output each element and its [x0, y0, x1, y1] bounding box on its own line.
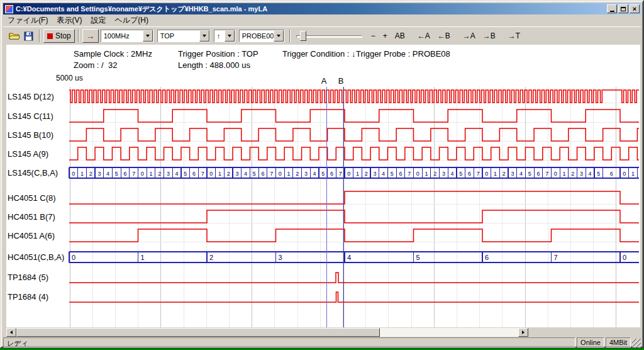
save-button[interactable]: [21, 29, 36, 43]
channel-label-hc4051-c-8[interactable]: HC4051 C(8): [8, 193, 56, 203]
channel-hc4051-a-6: HC4051 A(6): [8, 229, 639, 242]
trigger-condition-text: Trigger Condition : ↓: [282, 49, 356, 59]
bus-value: 4: [382, 171, 385, 177]
trigger-probe-combo[interactable]: PROBE00: [239, 30, 284, 42]
bus-value: 3: [373, 171, 376, 177]
bus-value: 6: [468, 171, 471, 177]
bus-value: 7: [339, 171, 342, 177]
channel-label-hc4051-a-6[interactable]: HC4051 A(6): [8, 231, 55, 240]
zoom-in-button[interactable]: +: [379, 29, 391, 43]
waveform-plot[interactable]: 5000 usLS145 D(12)LS145 C(11)LS145 B(10)…: [6, 69, 640, 327]
waveform-ls145-a-9: [69, 147, 639, 160]
waveform-hc4051-a-6: [69, 229, 639, 242]
menu-file[interactable]: ファイル(F): [3, 14, 52, 27]
run-button[interactable]: →: [82, 29, 99, 43]
cursor-a[interactable]: A: [321, 76, 327, 327]
bus-value: 7: [477, 171, 480, 177]
channel-ls145-a-9: LS145 A(9): [8, 147, 639, 160]
waveform-ls145-b-10: [69, 128, 639, 141]
channel-hc4051-b-7: HC4051 B(7): [8, 210, 639, 223]
waveform-tp1684-5: [69, 273, 639, 283]
scroll-left-button[interactable]: [6, 328, 16, 337]
ab-range-button[interactable]: AB: [391, 29, 409, 43]
bus-value: 6: [399, 171, 402, 177]
bus-value: 1: [562, 171, 565, 177]
bus-value: 2: [433, 171, 436, 177]
bus-value: 4: [589, 171, 592, 177]
bus-value: 0: [209, 171, 213, 177]
bus-value: 6: [536, 171, 540, 177]
open-button[interactable]: [7, 29, 21, 43]
channel-hc4051-c-b-a: HC4051(C,B,A)012345670: [8, 252, 639, 262]
bus-value: 1: [631, 171, 635, 177]
minimize-button[interactable]: [607, 4, 617, 13]
bus-value: 5: [597, 171, 600, 177]
menu-view[interactable]: 表示(V): [52, 14, 86, 27]
waveform-hc4051-c-8: [69, 191, 639, 204]
waveform-ls145-d-12: [69, 90, 639, 103]
close-button[interactable]: ×: [630, 4, 640, 13]
waveform-tp1684-4: [69, 292, 639, 302]
horizontal-scrollbar[interactable]: [6, 328, 528, 337]
bus-value: 3: [235, 171, 238, 177]
move-left-to-a-button[interactable]: ←A: [414, 29, 434, 43]
combo-dropdown-icon[interactable]: [143, 30, 153, 42]
channel-label-ls145-a-9[interactable]: LS145 A(9): [8, 149, 48, 159]
bus-value: 2: [296, 171, 299, 177]
bus-value: 0: [72, 171, 75, 177]
channel-label-ls145-d-12[interactable]: LS145 D(12): [8, 92, 54, 101]
scroll-right-button[interactable]: [518, 328, 528, 337]
channel-label-hc4051-b-7[interactable]: HC4051 B(7): [8, 212, 55, 222]
trigger-position-combo[interactable]: TOP: [157, 30, 210, 42]
scroll-left-icon: [10, 330, 13, 334]
titlebar[interactable]: C:¥Documents and Settings¥noname¥デスクトップ¥…: [3, 3, 641, 14]
stop-button[interactable]: Stop: [43, 29, 75, 43]
bus-value: 1: [287, 171, 290, 177]
main-content: Sample Clock : 2MHz Trigger Position : T…: [6, 45, 640, 327]
menu-settings[interactable]: 設定: [86, 14, 110, 27]
channel-label-ls145-c-11[interactable]: LS145 C(11): [8, 111, 53, 121]
cursor-label-b: B: [338, 76, 344, 86]
move-left-to-b-button[interactable]: ←B: [434, 29, 454, 43]
toolbar-separator: [39, 30, 40, 42]
sample-clock-combo[interactable]: 100MHz: [101, 30, 153, 42]
statusbar: レディ Online 4MBit: [3, 337, 641, 347]
scroll-right-icon: [522, 330, 525, 334]
bus-value: 5: [391, 171, 394, 177]
bus-value: 5: [459, 171, 462, 177]
bus-value: 4: [106, 171, 109, 177]
bus-value: 6: [330, 171, 333, 177]
channel-ls145-d-12: LS145 D(12): [8, 90, 639, 103]
channel-ls145-b-10: LS145 B(10): [8, 128, 639, 141]
resize-grip[interactable]: [632, 339, 641, 347]
combo-dropdown-icon[interactable]: [274, 30, 284, 42]
zoom-slider[interactable]: [296, 30, 362, 42]
move-right-to-a-button[interactable]: →A: [459, 29, 479, 43]
scrollbar-thumb[interactable]: [16, 328, 380, 337]
toolbar-separator: [289, 30, 291, 42]
bus-value: 3: [304, 171, 308, 177]
maximize-button[interactable]: [618, 4, 628, 13]
status-online: Online: [577, 337, 604, 347]
bus-value: 5: [184, 171, 187, 177]
zoom-out-button[interactable]: −: [367, 29, 379, 43]
combo-dropdown-icon[interactable]: [199, 30, 209, 42]
channel-label-ls145-c-b-a[interactable]: LS145(C,B,A): [8, 168, 58, 178]
bus-value: 3: [442, 171, 445, 177]
channel-label-tp1684-4[interactable]: TP1684 (4): [8, 292, 48, 302]
channel-label-ls145-b-10[interactable]: LS145 B(10): [8, 130, 53, 140]
trigger-edge-combo[interactable]: ↑: [214, 30, 235, 42]
zoom-text: Zoom : / 32: [74, 60, 117, 70]
slider-thumb[interactable]: [300, 31, 306, 41]
menu-help[interactable]: ヘルプ(H): [110, 14, 153, 27]
bus-value: 3: [167, 171, 170, 177]
bus-value: 5: [253, 171, 256, 177]
move-right-to-b-button[interactable]: →B: [479, 29, 499, 43]
bus-value: 1: [80, 171, 84, 177]
channel-label-tp1684-5[interactable]: TP1684 (5): [8, 273, 48, 282]
jump-to-trigger-button[interactable]: →T: [504, 29, 524, 43]
sample-clock-combo-value: 100MHz: [101, 30, 143, 42]
channel-label-hc4051-c-b-a[interactable]: HC4051(C,B,A): [8, 252, 64, 262]
combo-dropdown-icon[interactable]: [225, 30, 235, 42]
bus-value: 5: [528, 171, 531, 177]
